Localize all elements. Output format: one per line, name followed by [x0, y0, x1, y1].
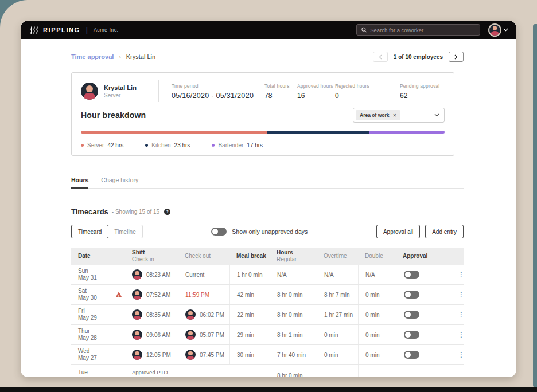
brand-name: RIPPLING — [43, 26, 80, 33]
view-switcher: Timecard Timeline — [71, 225, 143, 238]
timecards-toolbar: Timecard Timeline Show only unapproved d… — [71, 225, 464, 238]
toggle-knob — [212, 229, 218, 234]
account-menu[interactable] — [489, 25, 508, 36]
kebab-menu-icon[interactable]: ⋮ — [447, 291, 465, 299]
area-of-work-chip: Area of work ✕ — [356, 110, 400, 120]
col-overtime: Overtime — [324, 253, 358, 260]
summary-stats: Time period 05/16/2020 - 05/31/2020 Tota… — [172, 83, 445, 100]
timecards-table: Date Shift Check in Check out Meal break… — [71, 248, 464, 377]
stat-pending-approval: Pending approval 62 — [400, 83, 439, 100]
search-icon — [361, 27, 367, 33]
col-check-in: Check in — [132, 256, 178, 263]
col-date: Date — [78, 253, 125, 260]
tab-change-history[interactable]: Chage history — [101, 177, 138, 188]
approval-toggle[interactable] — [404, 271, 419, 279]
employee-summary-card: Krystal Lin Server Time period 05/16/202… — [71, 72, 454, 156]
divider — [158, 80, 159, 102]
stat-total-hours: Total hours 78 — [264, 83, 297, 100]
top-navbar: RIPPLING | Acme Inc. — [21, 21, 516, 39]
col-approval: Approval — [403, 253, 441, 260]
timecards-heading: Timecards - Showing 15 of 15 ? — [71, 207, 464, 216]
employee-role: Server — [104, 92, 137, 99]
legend-item-server: Server 42 hrs — [81, 142, 123, 148]
col-hours: Hours — [277, 249, 317, 256]
timecard-view-button[interactable]: Timecard — [71, 225, 108, 238]
table-header: Date Shift Check in Check out Meal break… — [71, 248, 464, 265]
breadcrumb: Time approval › Krystal Lin 1 of 10 empl… — [71, 52, 464, 62]
chevron-left-icon — [379, 54, 382, 60]
bar-legend: Server 42 hrs Kitchen 23 hrs Bartender 1… — [81, 142, 445, 148]
col-regular: Regular — [277, 256, 317, 263]
kebab-menu-icon[interactable]: ⋮ — [447, 311, 465, 319]
employee-identity: Krystal Lin Server — [81, 83, 158, 100]
breadcrumb-chevron-icon: › — [119, 54, 120, 60]
kebab-menu-icon[interactable]: ⋮ — [447, 351, 465, 359]
chevron-down-icon[interactable] — [503, 28, 508, 32]
hour-breakdown-title: Hour breakdown — [81, 111, 146, 120]
avatar — [185, 350, 196, 360]
approval-toggle[interactable] — [404, 311, 419, 319]
employee-name: Krystal Lin — [104, 84, 137, 91]
close-icon[interactable]: ✕ — [393, 113, 397, 118]
legend-dot — [145, 144, 148, 147]
company-name: Acme Inc. — [94, 27, 119, 33]
background-edge — [533, 24, 537, 387]
screen-bottom-bar — [0, 387, 537, 392]
chevron-down-icon — [434, 113, 439, 117]
employee-avatar — [81, 83, 98, 100]
help-icon[interactable]: ? — [164, 209, 170, 215]
toggle-label: Show only unapproved days — [232, 228, 308, 235]
area-of-work-select[interactable]: Area of work ✕ — [353, 108, 445, 123]
table-row: SatMay 30 07:52 AM 11:59 PM 42 min 8 hr … — [71, 285, 464, 305]
col-shift: Shift — [132, 249, 178, 256]
prev-employee-button[interactable] — [373, 52, 388, 62]
approval-all-button[interactable]: Approval all — [376, 225, 420, 238]
avatar — [132, 289, 142, 300]
section-tabs: Hours Chage history — [71, 177, 464, 189]
unapproved-days-toggle[interactable] — [211, 228, 227, 236]
avatar — [185, 309, 196, 320]
table-row: FriMay 29 08:35 AM 06:02 PM 22 min 8 hr … — [71, 305, 464, 325]
table-row-pto: TueMay 26 Approved PTO by Max Frothinghm… — [71, 365, 464, 377]
col-check-out: Check out — [185, 253, 229, 260]
timeline-view-button[interactable]: Timeline — [107, 225, 142, 238]
late-checkout-time: 11:59 PM — [185, 292, 209, 298]
avatar — [132, 330, 142, 340]
stat-approved-hours: Approved hours 16 — [297, 83, 335, 100]
stat-time-period: Time period 05/16/2020 - 05/31/2020 — [172, 83, 264, 100]
stat-rejected-hours: Rejected hours 0 — [335, 83, 400, 100]
rippling-logo-icon — [30, 26, 39, 34]
col-meal-break: Meal break — [236, 253, 270, 260]
table-row: ThurMay 28 09:06 AM 05:07 PM 29 min 8 hr… — [71, 325, 464, 345]
user-avatar[interactable] — [489, 25, 500, 36]
approval-toggle[interactable] — [404, 291, 419, 299]
next-employee-button[interactable] — [449, 52, 464, 62]
search-input[interactable] — [370, 27, 475, 33]
kebab-menu-icon[interactable]: ⋮ — [447, 271, 465, 279]
rippling-brand[interactable]: RIPPLING — [30, 26, 80, 34]
bar-segment-server — [81, 131, 267, 134]
timecards-title: Timecards — [71, 207, 108, 216]
pto-note: Approved PTO by Max Frothinghman on May … — [125, 365, 270, 377]
pager-label: 1 of 10 employees — [394, 54, 443, 60]
legend-dot — [81, 144, 84, 147]
add-entry-button[interactable]: Add entry — [425, 225, 464, 238]
tab-hours[interactable]: Hours — [71, 177, 88, 189]
app-window: RIPPLING | Acme Inc. Time approval › Kry… — [21, 21, 516, 377]
avatar — [132, 309, 142, 320]
approval-toggle[interactable] — [404, 351, 419, 359]
kebab-menu-icon[interactable]: ⋮ — [447, 331, 465, 339]
employee-pager: 1 of 10 employees — [373, 52, 464, 62]
approval-toggle[interactable] — [404, 331, 419, 339]
timecards-count: - Showing 15 of 15 — [112, 209, 159, 215]
bar-segment-kitchen — [267, 131, 369, 134]
table-row: WedMay 27 12:05 PM 07:45 PM 30 min 7 hr … — [71, 345, 464, 365]
avatar — [132, 350, 142, 360]
legend-item-kitchen: Kitchen 23 hrs — [145, 142, 190, 148]
warning-icon — [116, 292, 122, 297]
chevron-right-icon — [454, 54, 458, 60]
brand-divider: | — [86, 26, 88, 34]
breadcrumb-link-time-approval[interactable]: Time approval — [71, 53, 114, 60]
col-double: Double — [365, 253, 396, 260]
coworker-search[interactable] — [356, 24, 480, 36]
